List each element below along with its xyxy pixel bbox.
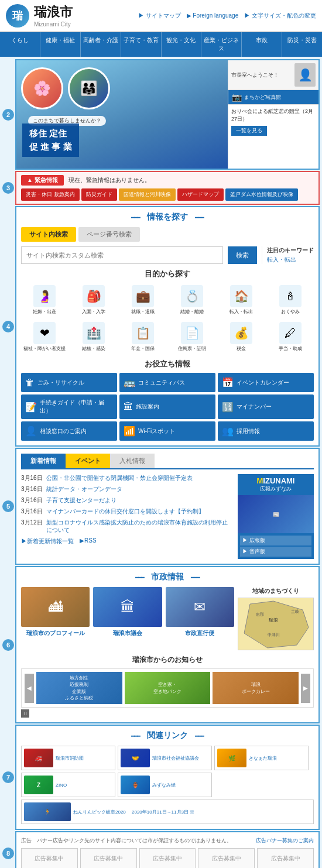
purpose-school-icon: 🎒 (83, 285, 105, 307)
purpose-move-label: 転入・転出 (219, 308, 263, 315)
ad-item-3[interactable]: 広告募集中 (139, 848, 196, 868)
news-tab-event[interactable]: イベント (66, 454, 110, 468)
sitemap-link[interactable]: ▶ サイトマップ (138, 12, 181, 20)
section-3-content: ▲ 緊急情報 現在、緊急情報はありません。 災害・休日 救急案内 防災ガイド 国… (15, 171, 320, 205)
nav-kurashi[interactable]: くらし (0, 32, 40, 57)
purpose-allowance[interactable]: 🖊 手当・助成 (267, 320, 314, 354)
useful-recruit[interactable]: 👥採用情報 (218, 421, 314, 441)
svg-text:瑞浪: 瑞浪 (269, 617, 278, 623)
purpose-registry[interactable]: 📄 住民票・証明 (169, 320, 215, 354)
news-link-5[interactable]: 新型コロナウイルス感染拡大防止のための瑞浪市体育施設の利用停止について (46, 519, 233, 534)
section-5-content: 新着情報 イベント 入札情報 3月16日 公園・非公園で開催する閉属機関・禁止会… (15, 448, 320, 565)
cityinfo-council[interactable]: 🏛 瑞浪市議会 (93, 587, 162, 650)
magazine-subtitle: 広報みずなみ (240, 485, 311, 493)
news-tab-new[interactable]: 新着情報 (21, 454, 66, 468)
news-more-link[interactable]: ▶新着更新情報一覧 (21, 537, 74, 545)
ad-item-2[interactable]: 広告募集中 (80, 848, 137, 868)
search-tab-page[interactable]: ページ番号検索 (78, 227, 140, 242)
news-rss-link[interactable]: ▶RSS (80, 537, 97, 545)
news-tab-tender[interactable]: 入札情報 (110, 454, 155, 468)
related-item-6[interactable]: 🏃 ねんりんピック岐阜2020 2020年10月31日～11月3日 ※ (21, 800, 314, 824)
emerg-link-1[interactable]: 災害・休日 救急案内 (21, 188, 80, 201)
nav-elderly[interactable]: 高齢者・介護 (81, 32, 121, 57)
ad-item-5[interactable]: 広告募集中 (257, 848, 314, 868)
nav-industry[interactable]: 産業・ビジネス (201, 32, 242, 57)
useful-facility[interactable]: 🏛施設案内 (119, 394, 215, 419)
search-input[interactable] (21, 246, 223, 264)
section-6-content: ━━━ 市政情報 ━━━ 🏙 瑞浪市のプロフィール 🏛 瑞浪市議会 ✉ 市政直行… (15, 566, 320, 723)
related-icon-2: 🤝 (121, 749, 150, 767)
cityinfo-council-label: 瑞浪市議会 (93, 629, 162, 637)
cityinfo-profile[interactable]: 🏙 瑞浪市のプロフィール (21, 587, 90, 650)
slide-next-arrow[interactable]: ▶ (301, 674, 310, 703)
purpose-tax[interactable]: 💰 税金 (218, 320, 265, 354)
fontsize-link[interactable]: ▶ 文字サイズ・配色の変更 (244, 12, 316, 20)
slide-item-2[interactable]: 空き家・空き地バンク (125, 672, 211, 704)
purpose-health[interactable]: 🏥 結核・感染 (70, 320, 117, 354)
nav-health[interactable]: 健康・福祉 (40, 32, 81, 57)
ad-item-4[interactable]: 広告募集中 (198, 848, 255, 868)
cityinfo-direct-label: 市政直行便 (166, 629, 234, 637)
news-item-3: 3月16日 子育て支援センターだより (21, 496, 233, 505)
hero-mayor-box[interactable]: 市長室へようこそ！ 👤 (228, 60, 318, 90)
keyword-link-1[interactable]: 転入・転出 (267, 256, 314, 264)
purpose-death[interactable]: 🕯 おくやみ (267, 283, 314, 317)
purpose-job[interactable]: 💼 就職・退職 (119, 283, 166, 317)
slide-pause-btn[interactable]: ⏸ (21, 709, 29, 718)
section-2-num: 2 (2, 109, 14, 121)
related-item-5[interactable]: 🏺 みずなみ焼 (118, 773, 212, 797)
cityinfo-direct[interactable]: ✉ 市政直行便 (166, 587, 234, 650)
slide-item-3[interactable]: 瑞浪ポークカレー (213, 672, 299, 704)
emerg-link-2[interactable]: 防災ガイド (81, 188, 117, 201)
slide-prev-arrow[interactable]: ◀ (25, 674, 34, 703)
useful-mynumber[interactable]: 🔢マイナンバー (218, 394, 314, 419)
search-button[interactable]: 検索 (228, 246, 257, 264)
mag-link-audio[interactable]: ▶ 音声版 (240, 547, 311, 557)
related-item-3[interactable]: 🌿 きなぁた瑞浪 (214, 746, 309, 770)
purpose-move[interactable]: 🏠 転入・転出 (218, 283, 265, 317)
cityinfo-title: ━━━ 市政情報 ━━━ (21, 572, 314, 582)
useful-garbage[interactable]: 🗑ごみ・リサイクル (21, 373, 117, 392)
nav-childcare[interactable]: 子育て・教育 (121, 32, 162, 57)
hero-photo-box[interactable]: 📷 まちかど写真館 (228, 90, 318, 105)
mag-link-print[interactable]: ▶ 広報版 (240, 536, 311, 545)
emerg-link-5[interactable]: 釜戸ダム水位情報及び映像 (225, 188, 298, 201)
ad-item-1[interactable]: 広告募集中 (21, 848, 78, 868)
useful-guide[interactable]: 📝手続きガイド（申請・届出） (21, 394, 117, 419)
section-4-row: 4 ━━━ 情報を探す ━━━ サイト内検索 ページ番号検索 検索 注目のキーワ… (2, 206, 320, 447)
useful-consult[interactable]: 👤相談窓口のご案内 (21, 421, 117, 441)
news-link-3[interactable]: 子育て支援センターだより (46, 496, 117, 504)
ad-notice-link[interactable]: 広告バナー募集のご案内 (256, 837, 314, 845)
nav-tourism[interactable]: 観光・文化 (162, 32, 202, 57)
purpose-school[interactable]: 🎒 入園・入学 (70, 283, 117, 317)
useful-event[interactable]: 📅イベントカレンダー (218, 373, 314, 392)
related-item-2[interactable]: 🤝 瑞浪市社会福祉協議会 (118, 746, 212, 770)
useful-bus[interactable]: 🚌コミュニティバス (119, 373, 215, 392)
search-tab-site[interactable]: サイト内検索 (21, 227, 76, 242)
magazine-img: 📰 (238, 495, 314, 533)
purpose-welfare[interactable]: ❤ 福祉・障がい者支援 (21, 320, 68, 354)
magazine-img-text: 📰 (273, 512, 279, 517)
section-7-content: ━━━ 関連リンク ━━━ 🚒 瑞浪市消防団 🤝 瑞浪市社会福祉協議会 🌿 きな… (15, 725, 320, 830)
related-text-1: 瑞浪市消防団 (56, 755, 84, 761)
nav-disaster[interactable]: 防災・災害 (282, 32, 322, 57)
related-item-1[interactable]: 🚒 瑞浪市消防団 (21, 746, 115, 770)
header-links: ▶ サイトマップ ▶ Foreign language ▶ 文字サイズ・配色の変… (138, 12, 316, 20)
news-link-2[interactable]: 統計データ・オープンデータ (46, 485, 122, 493)
purpose-marriage[interactable]: 💍 結婚・離婚 (169, 283, 215, 317)
consult-icon: 👤 (25, 426, 37, 437)
emerg-link-3[interactable]: 国道情報と河川映像 (119, 188, 176, 201)
section-7-num: 7 (2, 771, 14, 783)
related-item-4[interactable]: Z ZINO (21, 773, 115, 797)
foreign-link[interactable]: ▶ Foreign language (187, 12, 239, 19)
useful-wifi[interactable]: 📶Wi-Fiスポット (119, 421, 215, 441)
purpose-pension[interactable]: 📋 年金・国保 (119, 320, 166, 354)
hero-list-btn[interactable]: 一覧を見る (231, 126, 267, 136)
emerg-link-4[interactable]: ハザードマップ (177, 188, 224, 201)
slide-item-1[interactable]: 地方創生応援税制企業版ふるさと納税 (36, 672, 122, 704)
news-link-4[interactable]: マイナンバーカードの休日交付窓口を開設します【予約制】 (46, 507, 204, 515)
purpose-birth[interactable]: 🤰 妊娠・出産 (21, 283, 68, 317)
news-date-2: 3月16日 (21, 485, 43, 493)
nav-city[interactable]: 市政 (242, 32, 282, 57)
news-link-1[interactable]: 公園・非公園で開催する閉属機関・禁止会穿開催予定表 (46, 474, 193, 482)
